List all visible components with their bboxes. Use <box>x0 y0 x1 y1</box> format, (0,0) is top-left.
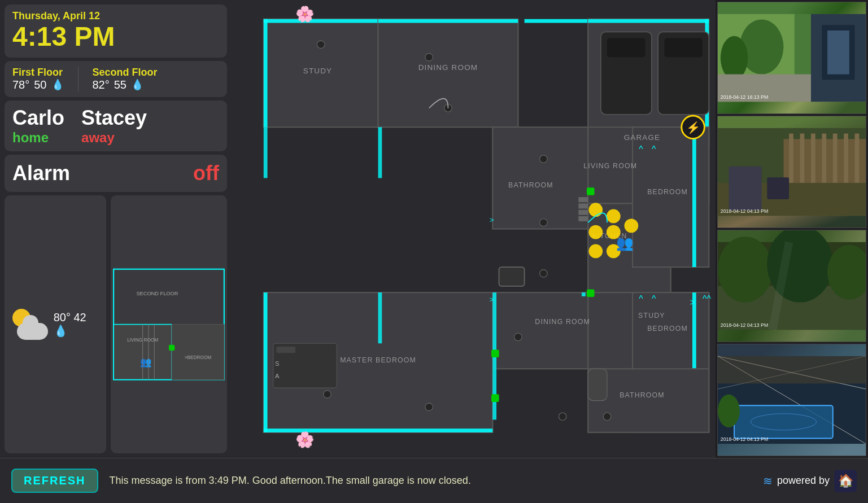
camera-2[interactable]: 2018-04-12 04:13 PM <box>717 116 866 228</box>
presence-box: Carlo home Stacey away <box>5 100 227 151</box>
svg-text:BATHROOM: BATHROOM <box>620 391 665 399</box>
svg-point-78 <box>603 413 611 421</box>
svg-point-60 <box>588 225 603 239</box>
svg-point-126 <box>718 237 773 302</box>
svg-rect-70 <box>491 394 499 402</box>
svg-text:^: ^ <box>639 145 643 154</box>
svg-rect-21 <box>492 127 588 229</box>
svg-point-74 <box>540 155 548 163</box>
second-floor-temp: 82° <box>93 78 110 91</box>
svg-rect-69 <box>491 350 499 358</box>
svg-text:S: S <box>275 360 280 367</box>
svg-rect-139 <box>718 356 866 384</box>
svg-point-76 <box>540 270 548 278</box>
svg-point-59 <box>607 209 621 224</box>
svg-rect-121 <box>729 167 761 211</box>
svg-text:2018-04-12 16:13 PM: 2018-04-12 16:13 PM <box>721 94 768 100</box>
second-floor-humidity: 55 <box>114 78 127 91</box>
mini-floorplan: SECOND FLOOR LIVING ROOM 👥 >BEDROOM <box>111 195 227 453</box>
svg-rect-109 <box>827 30 849 75</box>
svg-text:DINING ROOM: DINING ROOM <box>418 63 478 72</box>
svg-rect-53 <box>607 38 645 58</box>
floorplan-svg: STUDY DINING ROOM GARAGE BATHROOM LIVING… <box>232 0 716 458</box>
svg-text:BEDROOM: BEDROOM <box>647 325 688 333</box>
svg-text:SECOND FLOOR: SECOND FLOOR <box>136 291 178 296</box>
svg-rect-55 <box>664 38 703 58</box>
alarm-status: off <box>193 161 219 185</box>
home-icon: 🏠 <box>834 470 857 492</box>
second-floor-humidity-icon: 💧 <box>131 78 143 91</box>
svg-point-81 <box>324 391 332 399</box>
svg-text:BATHROOM: BATHROOM <box>508 181 553 189</box>
svg-text:2018-04-12 04:13 PM: 2018-04-12 04:13 PM <box>721 208 768 214</box>
svg-text:DINING ROOM: DINING ROOM <box>535 318 590 326</box>
svg-point-80 <box>425 403 433 411</box>
svg-rect-17 <box>525 19 588 23</box>
stacey-name: Stacey <box>81 106 147 130</box>
svg-rect-135 <box>734 405 833 438</box>
svg-point-138 <box>718 395 740 427</box>
svg-rect-46 <box>264 127 268 178</box>
svg-rect-84 <box>578 210 588 215</box>
svg-text:STUDY: STUDY <box>303 67 332 75</box>
weather-info: 80° 42 💧 <box>54 311 98 338</box>
svg-text:⚡: ⚡ <box>686 121 701 135</box>
floor-plan: STUDY DINING ROOM GARAGE BATHROOM LIVING… <box>232 0 716 458</box>
svg-point-75 <box>540 218 548 226</box>
refresh-button[interactable]: REFRESH <box>11 469 98 493</box>
svg-rect-122 <box>767 177 789 199</box>
floor-divider <box>78 67 78 91</box>
first-floor-label: First Floor <box>12 67 64 78</box>
first-floor-stats: First Floor 78° 50 💧 <box>12 67 64 91</box>
first-floor-temp: 78° <box>12 78 29 91</box>
svg-rect-27 <box>264 292 268 432</box>
svg-point-105 <box>721 36 748 80</box>
alarm-box[interactable]: Alarm off <box>5 155 227 192</box>
svg-rect-48 <box>378 292 382 343</box>
camera-1[interactable]: 2018-04-12 16:13 PM <box>717 2 866 114</box>
first-floor-humidity-icon: 💧 <box>51 78 64 91</box>
svg-text:👥: 👥 <box>616 235 634 252</box>
status-message: This message is from 3:49 PM. Good after… <box>110 475 752 487</box>
svg-rect-97 <box>276 347 295 353</box>
camera-3[interactable]: 2018-04-12 04:13 PM <box>717 230 866 342</box>
svg-rect-85 <box>578 216 588 221</box>
svg-rect-25 <box>692 127 696 267</box>
svg-text:MASTER BEDROOM: MASTER BEDROOM <box>340 356 416 364</box>
powered-by-label: powered by <box>777 475 830 487</box>
camera-4[interactable]: 2018-04-12 04:13 PM <box>717 344 866 456</box>
powered-by-section: ≋ powered by 🏠 <box>763 470 857 492</box>
svg-text:2018-04-12 04:13 PM: 2018-04-12 04:13 PM <box>721 436 768 442</box>
svg-text:>: > <box>690 298 695 307</box>
stacey-status: Stacey away <box>81 106 147 146</box>
svg-rect-100 <box>499 267 525 286</box>
svg-rect-24 <box>633 127 709 267</box>
svg-text:^: ^ <box>652 294 656 304</box>
svg-rect-14 <box>264 19 268 127</box>
carlo-presence: home <box>12 130 64 146</box>
bottom-bar: REFRESH This message is from 3:49 PM. Go… <box>0 458 868 503</box>
weather-humidity-icon: 💧 <box>54 325 68 337</box>
svg-rect-16 <box>378 19 518 23</box>
svg-point-71 <box>317 41 325 49</box>
svg-text:🌸: 🌸 <box>295 430 315 449</box>
svg-text:GARAGE: GARAGE <box>624 133 661 142</box>
first-floor-humidity: 50 <box>34 78 46 91</box>
left-panel: Thursday, April 12 4:13 PM First Floor 7… <box>0 0 232 458</box>
stacey-presence: away <box>81 130 147 146</box>
svg-rect-82 <box>578 197 588 202</box>
weather-icon <box>12 309 48 340</box>
svg-text:>: > <box>490 295 494 304</box>
svg-rect-47 <box>378 127 382 178</box>
svg-point-77 <box>559 413 566 421</box>
svg-text:BEDROOM: BEDROOM <box>647 188 688 196</box>
svg-rect-83 <box>578 203 588 208</box>
svg-text:^: ^ <box>639 294 643 304</box>
svg-text:>: > <box>490 216 494 224</box>
datetime-box: Thursday, April 12 4:13 PM <box>5 5 227 58</box>
alarm-label: Alarm <box>12 161 70 185</box>
wifi-icon: ≋ <box>763 474 773 488</box>
svg-text:STUDY: STUDY <box>638 312 665 320</box>
weather-temp: 80° <box>54 311 71 323</box>
svg-rect-19 <box>588 19 709 23</box>
